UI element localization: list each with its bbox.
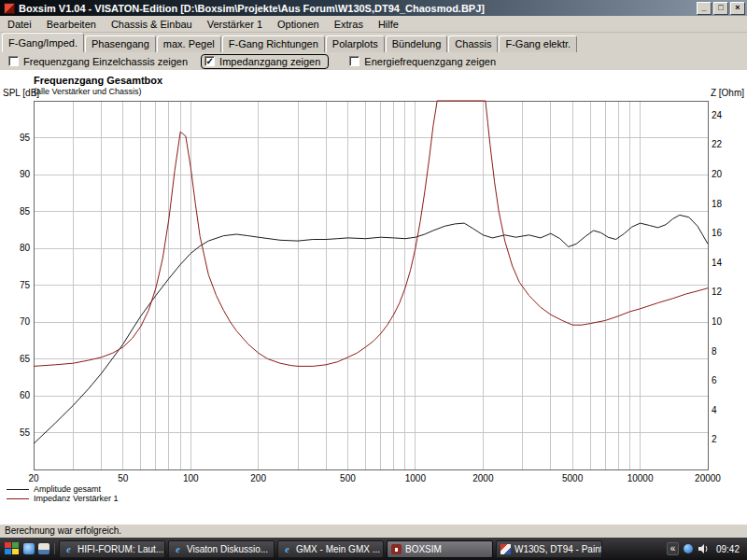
taskbar-button-paint[interactable]: W130S, DT94 - Paint bbox=[496, 540, 602, 558]
taskbar-button-gmx[interactable]: e GMX - Mein GMX ... bbox=[277, 540, 384, 558]
y-right-tick-label: 16 bbox=[712, 228, 723, 238]
checkbox-label: Energiefrequenzgang zeigen bbox=[364, 56, 496, 67]
tab-chassis[interactable]: Chassis bbox=[448, 35, 498, 52]
checkbox-box[interactable] bbox=[8, 56, 19, 66]
legend-line-impedanz-icon bbox=[7, 498, 29, 499]
taskbar-button-label: W130S, DT94 - Paint bbox=[514, 544, 602, 554]
checkbox-impedanzgang[interactable]: ✓ Impedanzgang zeigen bbox=[201, 54, 329, 69]
checkbox-box[interactable] bbox=[349, 56, 359, 66]
menu-item-datei[interactable]: Datei bbox=[0, 17, 39, 32]
x-tick-label: 2000 bbox=[472, 473, 494, 483]
show-desktop-icon[interactable] bbox=[38, 543, 49, 554]
taskbar-button-hifi-forum[interactable]: e HIFI-FORUM: Laut... bbox=[59, 540, 165, 558]
y-left-tick-label: 70 bbox=[20, 316, 31, 327]
x-tick-label: 10000 bbox=[627, 473, 654, 483]
y-right-tick-label: 22 bbox=[712, 139, 723, 149]
y-right-tick-label: 4 bbox=[712, 405, 717, 415]
menu-item-verstaerker-1[interactable]: Verstärker 1 bbox=[200, 17, 270, 32]
boxsim-icon bbox=[391, 544, 402, 554]
tab-f-gang-richtungen[interactable]: F-Gang Richtungen bbox=[222, 35, 325, 52]
volume-icon[interactable] bbox=[698, 543, 710, 554]
minimize-button[interactable]: _ bbox=[697, 2, 712, 15]
legend-item-amplitude: Amplitude gesamt bbox=[7, 484, 119, 494]
system-tray: « 09:42 bbox=[667, 542, 743, 555]
maximize-button[interactable]: □ bbox=[713, 2, 728, 15]
checkbox-label: Frequenzgang Einzelchassis zeigen bbox=[23, 56, 188, 67]
x-tick-label: 20000 bbox=[695, 473, 721, 483]
taskbar-button-label: HIFI-FORUM: Laut... bbox=[78, 544, 163, 554]
taskbar-button-label: Visaton Diskussio... bbox=[187, 544, 268, 554]
checkbox-frequenzgang-einzelchassis[interactable]: Frequenzgang Einzelchassis zeigen bbox=[8, 56, 188, 67]
quicklaunch-ie-icon[interactable] bbox=[23, 543, 35, 554]
tab-max-pegel[interactable]: max. Pegel bbox=[157, 35, 221, 52]
chart-panel: Frequenzgang Gesamtbox (alle Verstärker … bbox=[0, 70, 747, 524]
start-button[interactable] bbox=[5, 542, 20, 555]
legend-label: Impedanz Verstärker 1 bbox=[34, 494, 119, 503]
close-button[interactable]: × bbox=[730, 2, 745, 15]
taskbar-clock[interactable]: 09:42 bbox=[714, 544, 743, 554]
menu-item-bearbeiten[interactable]: Bearbeiten bbox=[39, 17, 104, 32]
boxsim-app-icon bbox=[4, 3, 15, 14]
y-right-tick-label: 2 bbox=[712, 434, 717, 444]
tab-f-gang-imped[interactable]: F-Gang/Imped. bbox=[2, 33, 84, 52]
checkbox-box-checked[interactable]: ✓ bbox=[204, 56, 215, 66]
y-right-tick-label: 10 bbox=[712, 316, 723, 327]
y-left-tick-label: 75 bbox=[20, 280, 31, 290]
y-left-tick-label: 60 bbox=[20, 390, 31, 400]
y-right-tick-label: 8 bbox=[712, 346, 717, 357]
tab-polarplots[interactable]: Polarplots bbox=[326, 35, 385, 52]
tab-f-gang-elektr[interactable]: F-Gang elektr. bbox=[499, 35, 577, 52]
chart-legend: Amplitude gesamt Impedanz Verstärker 1 bbox=[7, 484, 119, 503]
y-right-tick-label: 24 bbox=[712, 110, 723, 120]
x-tick-label: 1000 bbox=[405, 473, 427, 483]
window-title: Boxsim V1.04 - VISATON-Edition [D:\Boxsi… bbox=[19, 3, 695, 14]
legend-label: Amplitude gesamt bbox=[34, 484, 101, 494]
x-tick-label: 50 bbox=[118, 473, 129, 483]
y-left-tick-label: 55 bbox=[20, 427, 31, 438]
tray-collapse-icon[interactable]: « bbox=[667, 542, 679, 555]
taskbar-button-boxsim[interactable]: BOXSIM bbox=[387, 540, 493, 558]
y-left-tick-label: 95 bbox=[20, 133, 31, 143]
y-right-tick-label: 6 bbox=[712, 375, 717, 385]
checkbox-energiefrequenzgang[interactable]: Energiefrequenzgang zeigen bbox=[349, 56, 496, 67]
ie-icon: e bbox=[63, 544, 74, 554]
taskbar-button-label: GMX - Mein GMX ... bbox=[296, 544, 380, 554]
tray-app-icon[interactable] bbox=[684, 544, 693, 553]
tab-strip: F-Gang/Imped. Phasengang max. Pegel F-Ga… bbox=[0, 33, 747, 52]
status-bar: Berechnung war erfolgreich. bbox=[0, 524, 747, 538]
x-tick-label: 5000 bbox=[562, 473, 584, 483]
x-tick-label: 500 bbox=[340, 473, 356, 483]
y-left-tick-label: 80 bbox=[20, 243, 31, 253]
frequency-response-chart: 2050100200500100020005000100002000055606… bbox=[0, 70, 747, 524]
taskbar-button-visaton[interactable]: e Visaton Diskussio... bbox=[168, 540, 275, 558]
menu-item-chassis-einbau[interactable]: Chassis & Einbau bbox=[104, 17, 200, 32]
series-0 bbox=[34, 215, 708, 443]
y-left-tick-label: 90 bbox=[20, 169, 31, 179]
x-tick-label: 100 bbox=[183, 473, 199, 483]
ie-icon: e bbox=[173, 544, 183, 554]
menu-item-extras[interactable]: Extras bbox=[327, 17, 371, 32]
status-text: Berechnung war erfolgreich. bbox=[5, 525, 121, 536]
checkbox-label: Impedanzgang zeigen bbox=[219, 56, 320, 67]
menu-item-optionen[interactable]: Optionen bbox=[270, 17, 327, 32]
x-tick-label: 20 bbox=[28, 473, 39, 483]
tab-phasengang[interactable]: Phasengang bbox=[85, 35, 156, 52]
desktop-screen: Boxsim V1.04 - VISATON-Edition [D:\Boxsi… bbox=[0, 0, 747, 560]
taskbar-button-label: BOXSIM bbox=[405, 544, 442, 554]
taskbar: e HIFI-FORUM: Laut... e Visaton Diskussi… bbox=[0, 538, 747, 560]
y-right-tick-label: 14 bbox=[712, 258, 723, 268]
window-titlebar[interactable]: Boxsim V1.04 - VISATON-Edition [D:\Boxsi… bbox=[0, 0, 747, 16]
y-right-tick-label: 18 bbox=[712, 199, 723, 209]
y-right-tick-label: 20 bbox=[712, 169, 723, 179]
y-right-tick-label: 12 bbox=[712, 287, 723, 297]
menu-item-hilfe[interactable]: Hilfe bbox=[371, 17, 406, 32]
quick-launch-bar bbox=[23, 543, 55, 554]
options-row: Frequenzgang Einzelchassis zeigen ✓ Impe… bbox=[0, 52, 747, 70]
ie-icon: e bbox=[282, 544, 292, 554]
legend-item-impedanz: Impedanz Verstärker 1 bbox=[7, 494, 119, 503]
windows-flag-icon bbox=[5, 542, 11, 548]
menu-bar: Datei Bearbeiten Chassis & Einbau Verstä… bbox=[0, 16, 747, 33]
x-tick-label: 200 bbox=[250, 473, 266, 483]
tab-buendelung[interactable]: Bündelung bbox=[386, 35, 448, 52]
legend-line-amplitude-icon bbox=[7, 489, 29, 490]
